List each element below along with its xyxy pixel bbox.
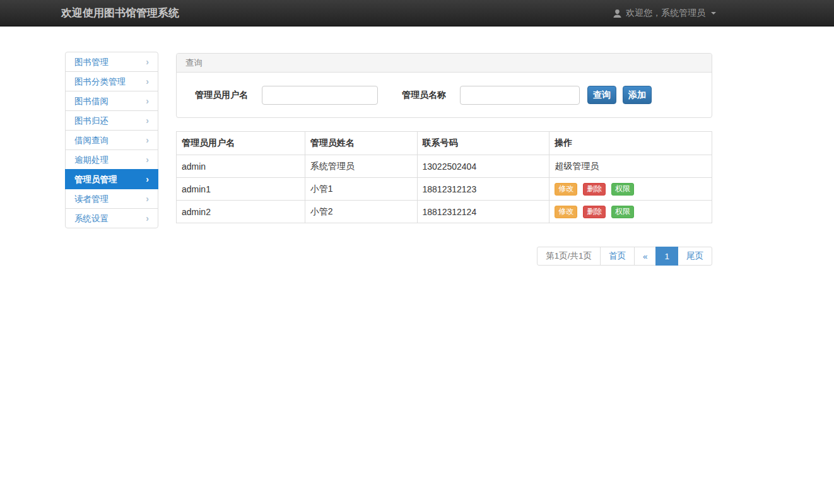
delete-button[interactable]: 删除	[583, 206, 606, 218]
table-row: admin2 小管2 18812312124 修改 删除 权限	[177, 201, 712, 223]
pagination-container: 第1页/共1页 首页 « 1 尾页	[176, 247, 712, 266]
sidebar-item-reader-management[interactable]: 读者管理 ›	[65, 189, 158, 209]
cell-phone: 13022502404	[417, 155, 549, 178]
sidebar-item-label: 系统设置	[74, 209, 109, 228]
chevron-right-icon: ›	[146, 52, 149, 72]
header-actions: 操作	[549, 132, 712, 155]
sidebar-item-overdue[interactable]: 逾期处理 ›	[65, 149, 158, 170]
chevron-right-icon: ›	[146, 209, 149, 228]
sidebar-item-label: 管理员管理	[74, 170, 117, 189]
sidebar-item-admin-management[interactable]: 管理员管理 ›	[65, 169, 158, 189]
user-menu[interactable]: 欢迎您，系统管理员	[613, 0, 716, 26]
last-page-button[interactable]: 尾页	[678, 247, 712, 266]
search-form: 管理员用户名 管理员名称 查询 添加	[177, 73, 712, 117]
delete-button[interactable]: 删除	[583, 183, 606, 196]
sidebar-item-label: 逾期处理	[74, 150, 109, 170]
sidebar-item-label: 图书分类管理	[74, 72, 126, 91]
app-title: 欢迎使用图书馆管理系统	[61, 6, 179, 20]
admins-table: 管理员用户名 管理员姓名 联系号码 操作 admin 系统管理员 1302250…	[176, 131, 712, 223]
chevron-right-icon: ›	[146, 150, 149, 170]
first-page-button[interactable]: 首页	[600, 247, 635, 266]
chevron-right-icon: ›	[146, 189, 149, 209]
header-name: 管理员姓名	[305, 132, 417, 155]
sidebar-item-book-borrow[interactable]: 图书借阅 ›	[65, 91, 158, 111]
chevron-right-icon: ›	[146, 131, 149, 150]
cell-actions: 修改 删除 权限	[549, 201, 712, 223]
modify-button[interactable]: 修改	[555, 183, 577, 196]
permission-button[interactable]: 权限	[611, 206, 634, 218]
sidebar-item-borrow-query[interactable]: 借阅查询 ›	[65, 130, 158, 150]
cell-name: 小管1	[305, 178, 417, 201]
chevron-right-icon: ›	[146, 72, 149, 91]
main-content: 查询 管理员用户名 管理员名称 查询 添加 管理员用户名 管理员姓名 联系号码 …	[176, 53, 712, 266]
add-button[interactable]: 添加	[623, 86, 652, 104]
table-row: admin1 小管1 18812312123 修改 删除 权限	[177, 178, 712, 201]
header-phone: 联系号码	[417, 132, 549, 155]
table-header-row: 管理员用户名 管理员姓名 联系号码 操作	[177, 132, 712, 155]
cell-username: admin1	[177, 178, 305, 201]
prev-page-button[interactable]: «	[634, 247, 657, 266]
sidebar-item-book-category[interactable]: 图书分类管理 ›	[65, 71, 158, 91]
chevron-right-icon: ›	[146, 111, 149, 131]
username-input[interactable]	[262, 86, 378, 105]
query-button[interactable]: 查询	[587, 86, 616, 104]
sidebar-item-book-management[interactable]: 图书管理 ›	[65, 52, 158, 72]
chevron-right-icon: ›	[146, 170, 149, 189]
user-icon	[613, 9, 622, 18]
current-page-button[interactable]: 1	[655, 247, 678, 266]
top-navbar: 欢迎使用图书馆管理系统 欢迎您，系统管理员	[0, 0, 834, 26]
cell-name: 系统管理员	[305, 155, 417, 178]
sidebar-menu: 图书管理 › 图书分类管理 › 图书借阅 › 图书归还 › 借阅查询 › 逾期处…	[65, 52, 158, 228]
header-username: 管理员用户名	[177, 132, 305, 155]
cell-name: 小管2	[305, 201, 417, 223]
username-label: 管理员用户名	[195, 90, 248, 101]
page-info: 第1页/共1页	[537, 247, 601, 266]
cell-username: admin2	[177, 201, 305, 223]
cell-phone: 18812312123	[417, 178, 549, 201]
sidebar-item-label: 图书管理	[74, 52, 109, 72]
pagination: 第1页/共1页 首页 « 1 尾页	[537, 247, 712, 266]
search-panel: 查询 管理员用户名 管理员名称 查询 添加	[176, 53, 712, 118]
cell-username: admin	[177, 155, 305, 178]
sidebar-item-label: 借阅查询	[74, 131, 109, 150]
table-row: admin 系统管理员 13022502404 超级管理员	[177, 155, 712, 178]
chevron-right-icon: ›	[146, 91, 149, 111]
sidebar-item-label: 图书借阅	[74, 91, 109, 111]
cell-role: 超级管理员	[549, 155, 712, 178]
sidebar-item-book-return[interactable]: 图书归还 ›	[65, 110, 158, 131]
sidebar-item-system-settings[interactable]: 系统设置 ›	[65, 208, 158, 228]
caret-down-icon	[711, 12, 716, 15]
sidebar-item-label: 图书归还	[74, 111, 109, 131]
cell-actions: 修改 删除 权限	[549, 178, 712, 201]
admin-name-input[interactable]	[460, 86, 580, 105]
sidebar-item-label: 读者管理	[74, 189, 109, 209]
user-greeting: 欢迎您，系统管理员	[626, 8, 705, 19]
search-panel-title: 查询	[177, 54, 712, 73]
modify-button[interactable]: 修改	[555, 206, 577, 218]
cell-phone: 18812312124	[417, 201, 549, 223]
admin-name-label: 管理员名称	[402, 90, 446, 101]
permission-button[interactable]: 权限	[611, 183, 634, 196]
